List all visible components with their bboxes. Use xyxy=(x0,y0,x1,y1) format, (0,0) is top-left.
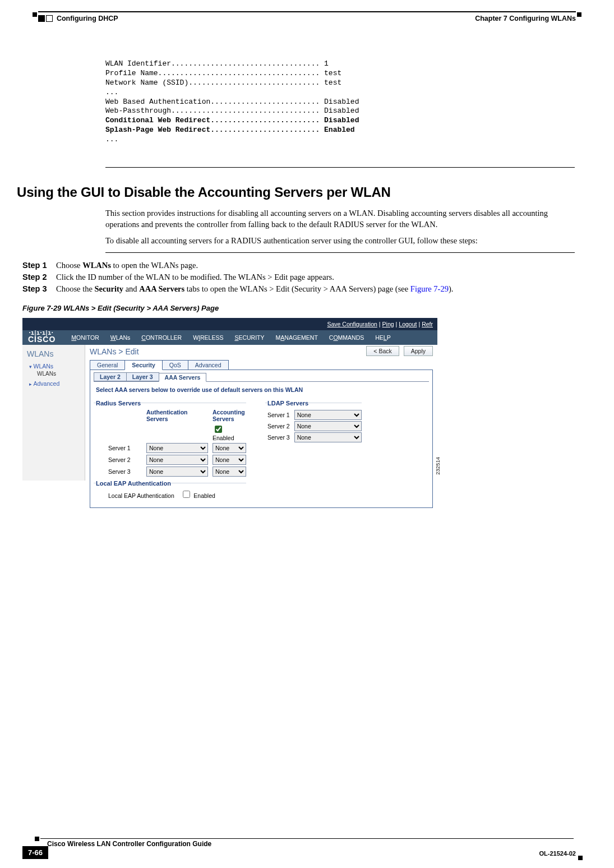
radius-column: Radius Servers Authentication Servers Ac… xyxy=(94,398,246,503)
section-marker-solid xyxy=(38,15,45,22)
sidebar-item-advanced[interactable]: Advanced xyxy=(29,380,81,387)
acct-server1-select[interactable]: None xyxy=(213,443,246,453)
header-marker-left xyxy=(33,12,37,17)
nav-monitor[interactable]: MONITOR xyxy=(66,334,104,341)
step-1: Step 1 Choose WLANs to open the WLANs pa… xyxy=(22,261,592,270)
ldap-legend: LDAP Servers xyxy=(267,400,308,407)
footer-doc-id: OL-21524-02 xyxy=(539,850,576,857)
fig-sidebar: WLANs WLANs WLANs Advanced xyxy=(22,345,85,481)
cisco-logo-text: CISCO xyxy=(28,335,56,344)
acct-server3-select[interactable]: None xyxy=(213,467,246,477)
nav-commands[interactable]: COMMANDS xyxy=(324,334,370,341)
apply-button[interactable]: Apply xyxy=(404,346,433,356)
acct-server2-select[interactable]: None xyxy=(213,455,246,465)
step-2: Step 2 Click the ID number of the WLAN t… xyxy=(22,273,592,282)
running-header: Chapter 7 Configuring WLANs Configuring … xyxy=(38,11,576,26)
footer-marker-lower xyxy=(578,856,583,860)
figure-ref-link[interactable]: Figure 7-29 xyxy=(410,284,449,293)
tab-qos[interactable]: QoS xyxy=(162,360,188,370)
nav-security[interactable]: SECURITY xyxy=(229,334,270,341)
step-3: Step 3 Choose the Security and AAA Serve… xyxy=(22,284,592,294)
section-label: Configuring DHCP xyxy=(38,15,118,22)
tab-general[interactable]: General xyxy=(90,360,125,370)
itab-layer3[interactable]: Layer 3 xyxy=(126,372,159,381)
step-1-label: Step 1 xyxy=(22,261,48,270)
section-heading: Using the GUI to Disable the Accounting … xyxy=(17,184,575,200)
footer-marker-upper xyxy=(35,837,39,841)
chapter-label: Chapter 7 Configuring WLANs xyxy=(475,15,576,22)
figure-id: 232514 xyxy=(435,457,441,475)
action-buttons: < Back Apply xyxy=(366,346,433,356)
footer-rule xyxy=(40,838,574,839)
step-3-text: Choose the Security and AAA Servers tabs… xyxy=(56,284,453,294)
page-number: 7-66 xyxy=(22,846,48,859)
fig-navbar: ·ı|ı·ı|ı· CISCO MONITOR WLANs CONTROLLER… xyxy=(22,330,437,345)
acct-servers-head: Accounting Servers xyxy=(213,409,246,422)
cli-plain: WLAN Identifier.........................… xyxy=(105,59,359,115)
outer-tabs: General Security QoS Advanced xyxy=(90,359,433,370)
cli-bold: Conditional Web Redirect................… xyxy=(105,116,359,134)
ldap-server3-select[interactable]: None xyxy=(294,432,362,442)
breadcrumb: WLANs > Edit xyxy=(90,347,139,356)
auth-server3-select[interactable]: None xyxy=(146,467,208,477)
ldap-row-3: Server 3None xyxy=(267,432,362,442)
back-button[interactable]: < Back xyxy=(366,346,399,356)
ldap-row-2: Server 2None xyxy=(267,421,362,431)
server-columns: Radius Servers Authentication Servers Ac… xyxy=(94,398,429,503)
section-marker-outline xyxy=(46,15,53,22)
nav-wlans[interactable]: WLANs xyxy=(105,334,136,341)
acct-enabled-label: Enabled xyxy=(213,435,234,441)
step-2-label: Step 2 xyxy=(22,273,48,282)
itab-layer2[interactable]: Layer 2 xyxy=(94,372,127,381)
local-eap-legend: Local EAP Authentication xyxy=(96,480,171,487)
link-refresh[interactable]: Refr xyxy=(422,321,433,327)
srv1-label: Server 1 xyxy=(108,445,142,451)
acct-enabled-cell: Enabled xyxy=(213,424,246,441)
inner-tabs: Layer 2 Layer 3 AAA Servers xyxy=(94,372,429,381)
ldap-server1-select[interactable]: None xyxy=(294,410,362,420)
radius-legend: Radius Servers xyxy=(96,400,141,407)
local-eap-label: Local EAP Authentication xyxy=(108,492,174,499)
tab-security[interactable]: Security xyxy=(124,360,162,370)
fig-body: WLANs WLANs WLANs Advanced WLANs > Edit … xyxy=(22,345,437,481)
nav-help[interactable]: HELP xyxy=(370,334,396,341)
sidebar-item-wlans[interactable]: WLANs xyxy=(29,363,81,370)
srv3-label: Server 3 xyxy=(108,468,142,475)
local-eap-checkbox[interactable] xyxy=(183,491,190,498)
acct-enabled-checkbox[interactable] xyxy=(215,426,222,433)
tab-advanced[interactable]: Advanced xyxy=(188,360,229,370)
auth-server1-select[interactable]: None xyxy=(146,443,208,453)
sidebar-subitem-wlans[interactable]: WLANs xyxy=(37,371,81,377)
steps: Step 1 Choose WLANs to open the WLANs pa… xyxy=(22,261,592,481)
ldap-column: LDAP Servers Server 1None Server 2None S… xyxy=(265,398,362,503)
fig-main: WLANs > Edit < Back Apply General Securi… xyxy=(85,345,437,481)
override-text: Select AAA servers below to override use… xyxy=(96,386,429,393)
figure-caption: Figure 7-29 WLANs > Edit (Security > AAA… xyxy=(22,304,592,312)
nav-controller[interactable]: CONTROLLER xyxy=(136,334,187,341)
step-2-text: Click the ID number of the WLAN to be mo… xyxy=(56,273,334,282)
footer-guide-title: Cisco Wireless LAN Controller Configurat… xyxy=(47,840,211,848)
auth-server2-select[interactable]: None xyxy=(146,455,208,465)
rule-above-steps xyxy=(105,252,575,253)
para-1: This section provides instructions for d… xyxy=(105,208,575,230)
link-save-configuration[interactable]: Save Configuration xyxy=(327,321,377,327)
ldap-server2-select[interactable]: None xyxy=(294,421,362,431)
section-body: This section provides instructions for d… xyxy=(105,208,575,247)
cisco-logo: ·ı|ı·ı|ı· CISCO xyxy=(22,331,66,344)
nav-management[interactable]: MANAGEMENT xyxy=(270,334,324,341)
fig-titlebar: Save Configuration | Ping | Logout | Ref… xyxy=(22,318,437,330)
link-logout[interactable]: Logout xyxy=(399,321,417,327)
header-marker-right xyxy=(577,12,581,17)
step-3-label: Step 3 xyxy=(22,284,48,294)
itab-aaa-servers[interactable]: AAA Servers xyxy=(159,373,207,382)
tab-panel: Layer 2 Layer 3 AAA Servers Select AAA s… xyxy=(90,370,433,508)
step-1-text: Choose WLANs to open the WLANs page. xyxy=(56,261,198,270)
local-eap-enabled-label: Enabled xyxy=(193,492,215,499)
ldap-row-1: Server 1None xyxy=(267,410,362,420)
cli-output: WLAN Identifier.........................… xyxy=(105,59,575,145)
nav-wireless[interactable]: WIRELESS xyxy=(187,334,229,341)
body-column: WLAN Identifier.........................… xyxy=(105,59,575,145)
radius-fieldset: Radius Servers Authentication Servers Ac… xyxy=(94,400,246,477)
auth-servers-head: Authentication Servers xyxy=(146,409,208,422)
link-ping[interactable]: Ping xyxy=(382,321,394,327)
